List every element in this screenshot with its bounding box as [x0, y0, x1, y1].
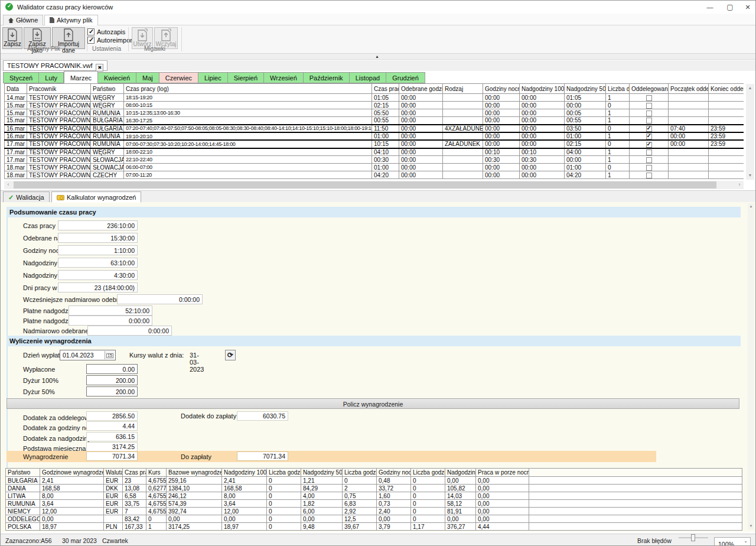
month-tab-maj[interactable]: Maj [136, 72, 159, 83]
work-column-header[interactable]: Nadgodziny 100% [520, 84, 565, 94]
work-table-row[interactable]: 15.marTESTOWY PRACOWNIKBUŁGARIA16:30-17:… [5, 117, 744, 125]
summary-field-value[interactable]: 0:00:00 [69, 316, 152, 326]
work-table-row[interactable]: 16.marTESTOWY PRACOWNIKRUMUNIA19:10-20:1… [5, 132, 744, 140]
summary-field-value[interactable]: 236:10:00 [58, 220, 138, 230]
summary-field-value[interactable]: 0:00:00 [87, 326, 172, 336]
collapse-ribbon-icon[interactable] [375, 54, 379, 58]
month-tab-październik[interactable]: Październik [304, 72, 350, 83]
work-table-row[interactable]: 14.marTESTOWY PRACOWNIKWĘGRY18:15-19:200… [5, 94, 744, 102]
wynagrodzenie-value[interactable]: 7071.34 [86, 451, 138, 461]
minimize-button[interactable] [701, 1, 719, 14]
scroll-down-icon[interactable] [748, 523, 754, 529]
dyzur100-input[interactable]: 200.00 [86, 375, 138, 385]
dodatek-oddelegowanie-value[interactable]: 2856.50 [86, 411, 138, 421]
month-tab-lipiec[interactable]: Lipiec [198, 72, 228, 83]
summary-field-value[interactable]: 1:10:00 [58, 245, 138, 255]
rates-table-row[interactable]: POLSKA18,97PLN167,3313174,2518,9709,4839… [6, 523, 742, 531]
work-column-header[interactable]: Data [5, 84, 27, 94]
dodatek-do-zaplaty-value[interactable]: 6030.75 [237, 411, 288, 421]
work-table-row[interactable]: 15.marTESTOWY PRACOWNIKRUMUNIA10:15-12:3… [5, 109, 744, 117]
zoom-dropdown[interactable]: 100% [714, 537, 751, 546]
dodatek-nadgodziny-value[interactable]: 636.15 [86, 432, 138, 441]
oddelegowanie-checkbox[interactable] [646, 142, 652, 148]
close-button[interactable] [739, 1, 756, 14]
dyzur50-input[interactable]: 200.00 [86, 386, 138, 396]
rates-table-row[interactable]: ODDELEGOWANIE0,0083,4200,000,0000,0012,5… [6, 515, 742, 523]
rates-table-row[interactable]: DANIA168,58DKK13,080,62771384,10168,5808… [6, 485, 742, 492]
summary-field-value[interactable]: 23 (184:00:00) [58, 282, 138, 292]
summary-field-value[interactable]: 4:30:00 [58, 270, 138, 280]
autoreimport-checkbox[interactable]: Autoreimport [87, 37, 134, 44]
calendar-icon[interactable] [105, 351, 115, 359]
month-tab-sierpień[interactable]: Sierpień [228, 72, 264, 83]
oddelegowanie-checkbox[interactable] [646, 150, 652, 155]
summary-field-value[interactable]: 0:00:00 [117, 294, 203, 304]
payday-date-input[interactable]: 01.04.2023 [60, 350, 116, 360]
scroll-up-icon[interactable] [748, 203, 754, 210]
work-table-row[interactable]: 18.marTESTOWY PRACOWNIKSŁOWACJA06:00-07:… [5, 164, 744, 171]
month-tab-luty[interactable]: Luty [39, 72, 64, 83]
work-table-row[interactable]: 17.marTESTOWY PRACOWNIKWĘGRY18:00-22:100… [5, 148, 744, 156]
work-column-header[interactable]: Czas pracy [372, 84, 399, 94]
rates-table-row[interactable]: RUMUNIA3,64EUR33,754,6755574,393,6401,82… [6, 500, 742, 508]
work-column-header[interactable]: Czas pracy (log) [124, 84, 372, 94]
work-column-header[interactable]: Godziny nocne [483, 84, 520, 94]
work-column-header[interactable]: Rodzaj [443, 84, 483, 94]
oddelegowanie-checkbox[interactable] [646, 173, 652, 178]
work-table-row[interactable]: 18.marTESTOWY PRACOWNIKCZECHY07:00-11:20… [5, 171, 744, 179]
work-table-row[interactable]: 15.marTESTOWY PRACOWNIKWĘGRY08:00-10:150… [5, 102, 744, 109]
ribbon-tab-glowne[interactable]: Główne [3, 15, 43, 26]
do-zaplaty-value[interactable]: 7071.34 [237, 451, 288, 461]
dodatek-nocne-value[interactable]: 4.44 [86, 421, 138, 431]
scrollbar-thumb[interactable] [14, 181, 716, 188]
scroll-left-icon[interactable] [4, 181, 12, 189]
summary-field-value[interactable]: 15:30:00 [58, 233, 138, 243]
tab-walidacja[interactable]: Walidacja [3, 191, 50, 203]
scroll-right-icon[interactable] [735, 181, 744, 189]
wyplacone-input[interactable]: 0.00 [86, 364, 138, 374]
maximize-button[interactable] [721, 1, 739, 14]
oddelegowanie-checkbox[interactable] [646, 103, 652, 109]
panel-vertical-scrollbar[interactable] [748, 203, 754, 529]
month-tab-kwiecień[interactable]: Kwiecień [98, 72, 136, 83]
month-tab-wrzesień[interactable]: Wrzesień [264, 72, 304, 83]
month-tab-styczeń[interactable]: Styczeń [3, 72, 39, 83]
work-table-horizontal-scrollbar[interactable] [4, 181, 744, 189]
summary-field-value[interactable]: 63:10:00 [58, 258, 138, 268]
month-tab-marzec[interactable]: Marzec [64, 71, 98, 83]
refresh-rates-icon[interactable] [225, 350, 236, 360]
work-table-vertical-scrollbar[interactable] [746, 84, 754, 180]
month-tab-listopad[interactable]: Listopad [350, 72, 387, 83]
oddelegowanie-checkbox[interactable] [646, 118, 652, 124]
scroll-down-icon[interactable] [746, 171, 754, 180]
zoom-slider[interactable] [679, 537, 708, 538]
podstawa-value[interactable]: 3174.25 [86, 442, 138, 451]
tab-kalkulator-wynagrodzen[interactable]: Kalkulator wynagrodzeń [51, 191, 141, 203]
summary-field-value[interactable]: 52:10:00 [69, 306, 152, 316]
rates-table-row[interactable]: LITWA8,00EUR6,584,6755246,128,0004,000,7… [6, 492, 742, 500]
work-column-header[interactable]: Początek oddelegowania [669, 84, 709, 94]
oddelegowanie-checkbox[interactable] [646, 95, 652, 101]
oddelegowanie-checkbox[interactable] [646, 110, 652, 116]
work-column-header[interactable]: Liczba diet [606, 84, 630, 94]
work-table-row[interactable]: 16.marTESTOWY PRACOWNIKBUŁGARIA07:20-07:… [5, 125, 744, 132]
oddelegowanie-checkbox[interactable] [646, 126, 652, 132]
work-table-row[interactable]: 17.marTESTOWY PRACOWNIKSŁOWACJA22:10-22:… [5, 156, 744, 164]
scroll-up-icon[interactable] [746, 84, 754, 92]
autozapis-checkbox[interactable]: Autozapis [87, 28, 125, 35]
oddelegowanie-checkbox[interactable] [646, 134, 652, 139]
work-column-header[interactable]: Pracownik [27, 84, 91, 94]
work-table-row[interactable]: 17.marTESTOWY PRACOWNIKRUMUNIA07:00-07:3… [5, 140, 744, 148]
zoom-slider-thumb[interactable] [691, 534, 695, 541]
work-column-header[interactable]: Państwo [91, 84, 124, 94]
month-tab-czerwiec[interactable]: Czerwiec [159, 72, 198, 83]
work-column-header[interactable]: Oddelegowanie [630, 84, 669, 94]
work-column-header[interactable]: Nadgodziny 50% [565, 84, 606, 94]
month-tab-grudzień[interactable]: Grudzień [386, 72, 425, 83]
oddelegowanie-checkbox[interactable] [646, 165, 652, 171]
file-tab[interactable]: TESTOWY PRACOWNIK.vwf [3, 60, 107, 71]
rates-table-row[interactable]: BUŁGARIA2,41EUR234,6755259,162,4101,2100… [6, 477, 742, 485]
work-column-header[interactable]: Odebrane godziny [399, 84, 443, 94]
work-column-header[interactable]: Koniec oddelegowania [709, 84, 744, 94]
rates-table-row[interactable]: NIEMCY12,00EUR74,6755392,7412,0006,002,9… [6, 508, 742, 515]
